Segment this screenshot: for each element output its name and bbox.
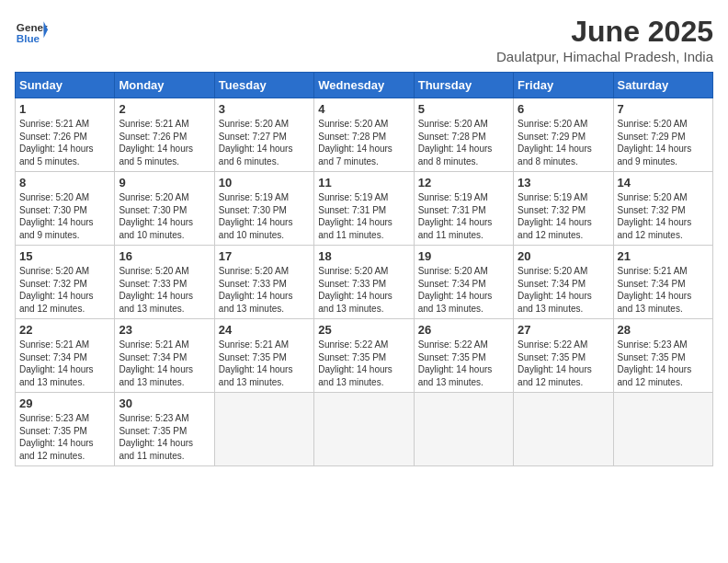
sunrise: Sunrise: 5:20 AM [318, 119, 388, 129]
sunset: Sunset: 7:30 PM [219, 205, 287, 215]
sunrise: Sunrise: 5:20 AM [518, 266, 587, 276]
col-friday: Friday [514, 73, 613, 98]
sunset: Sunset: 7:30 PM [119, 205, 187, 215]
table-row: 2 Sunrise: 5:21 AM Sunset: 7:26 PM Dayli… [115, 98, 214, 172]
day-info: Sunrise: 5:20 AM Sunset: 7:33 PM Dayligh… [219, 265, 310, 315]
daylight: Daylight: 14 hours and 8 minutes. [418, 144, 493, 167]
day-info: Sunrise: 5:21 AM Sunset: 7:34 PM Dayligh… [19, 339, 110, 388]
daylight: Daylight: 14 hours and 12 minutes. [518, 217, 592, 240]
calendar-header-row: Sunday Monday Tuesday Wednesday Thursday… [16, 73, 713, 98]
day-number: 7 [618, 102, 709, 116]
day-info: Sunrise: 5:22 AM Sunset: 7:35 PM Dayligh… [518, 339, 609, 388]
day-number: 6 [518, 102, 609, 116]
daylight: Daylight: 14 hours and 13 minutes. [119, 291, 193, 314]
table-row [214, 393, 313, 466]
svg-text:Blue: Blue [17, 32, 40, 44]
daylight: Daylight: 14 hours and 6 minutes. [219, 144, 293, 167]
sunrise: Sunrise: 5:20 AM [518, 119, 587, 129]
table-row: 8 Sunrise: 5:20 AM Sunset: 7:30 PM Dayli… [16, 172, 115, 246]
day-number: 19 [418, 249, 509, 263]
daylight: Daylight: 14 hours and 13 minutes. [19, 364, 94, 387]
sunset: Sunset: 7:31 PM [418, 205, 486, 215]
day-info: Sunrise: 5:21 AM Sunset: 7:35 PM Dayligh… [219, 339, 310, 388]
sunset: Sunset: 7:34 PM [119, 352, 187, 362]
sunset: Sunset: 7:33 PM [119, 279, 187, 289]
table-row: 12 Sunrise: 5:19 AM Sunset: 7:31 PM Dayl… [414, 172, 513, 246]
table-row: 13 Sunrise: 5:19 AM Sunset: 7:32 PM Dayl… [514, 172, 613, 246]
title-block: June 2025 Daulatpur, Himachal Pradesh, I… [496, 15, 713, 64]
sunrise: Sunrise: 5:20 AM [418, 119, 488, 129]
table-row: 28 Sunrise: 5:23 AM Sunset: 7:35 PM Dayl… [613, 319, 712, 393]
sunrise: Sunrise: 5:20 AM [119, 192, 188, 202]
day-number: 27 [518, 323, 609, 337]
day-info: Sunrise: 5:20 AM Sunset: 7:33 PM Dayligh… [119, 265, 210, 315]
sunset: Sunset: 7:35 PM [119, 426, 187, 436]
day-number: 12 [418, 176, 509, 190]
sunrise: Sunrise: 5:20 AM [318, 266, 388, 276]
day-number: 24 [219, 323, 310, 337]
day-number: 1 [19, 102, 110, 116]
subtitle: Daulatpur, Himachal Pradesh, India [496, 49, 713, 64]
table-row: 5 Sunrise: 5:20 AM Sunset: 7:28 PM Dayli… [414, 98, 513, 172]
day-number: 13 [518, 176, 609, 190]
day-info: Sunrise: 5:20 AM Sunset: 7:28 PM Dayligh… [318, 118, 409, 167]
day-info: Sunrise: 5:21 AM Sunset: 7:26 PM Dayligh… [119, 118, 210, 167]
daylight: Daylight: 14 hours and 5 minutes. [19, 144, 94, 167]
day-info: Sunrise: 5:20 AM Sunset: 7:33 PM Dayligh… [318, 265, 409, 315]
table-row [613, 393, 712, 466]
daylight: Daylight: 14 hours and 13 minutes. [418, 291, 493, 314]
sunset: Sunset: 7:34 PM [19, 352, 87, 362]
sunrise: Sunrise: 5:21 AM [119, 119, 188, 129]
sunrise: Sunrise: 5:19 AM [318, 192, 388, 202]
main-title: June 2025 [496, 15, 713, 49]
daylight: Daylight: 14 hours and 7 minutes. [318, 144, 392, 167]
day-number: 26 [418, 323, 509, 337]
table-row: 19 Sunrise: 5:20 AM Sunset: 7:34 PM Dayl… [414, 246, 513, 319]
sunset: Sunset: 7:35 PM [418, 352, 486, 362]
day-number: 4 [318, 102, 409, 116]
sunset: Sunset: 7:31 PM [318, 205, 386, 215]
sunrise: Sunrise: 5:23 AM [618, 339, 688, 350]
sunrise: Sunrise: 5:21 AM [19, 119, 89, 129]
day-info: Sunrise: 5:19 AM Sunset: 7:31 PM Dayligh… [418, 191, 509, 241]
sunset: Sunset: 7:35 PM [618, 352, 686, 362]
daylight: Daylight: 14 hours and 13 minutes. [318, 291, 392, 314]
table-row: 17 Sunrise: 5:20 AM Sunset: 7:33 PM Dayl… [214, 246, 313, 319]
sunset: Sunset: 7:32 PM [19, 279, 87, 289]
day-info: Sunrise: 5:20 AM Sunset: 7:29 PM Dayligh… [618, 118, 709, 167]
sunrise: Sunrise: 5:23 AM [19, 413, 89, 423]
table-row [514, 393, 613, 466]
table-row: 26 Sunrise: 5:22 AM Sunset: 7:35 PM Dayl… [414, 319, 513, 393]
daylight: Daylight: 14 hours and 13 minutes. [318, 364, 392, 387]
table-row: 30 Sunrise: 5:23 AM Sunset: 7:35 PM Dayl… [115, 393, 214, 466]
table-row: 21 Sunrise: 5:21 AM Sunset: 7:34 PM Dayl… [613, 246, 712, 319]
table-row: 20 Sunrise: 5:20 AM Sunset: 7:34 PM Dayl… [514, 246, 613, 319]
sunset: Sunset: 7:35 PM [318, 352, 386, 362]
day-info: Sunrise: 5:20 AM Sunset: 7:27 PM Dayligh… [219, 118, 310, 167]
table-row: 4 Sunrise: 5:20 AM Sunset: 7:28 PM Dayli… [314, 98, 414, 172]
table-row: 23 Sunrise: 5:21 AM Sunset: 7:34 PM Dayl… [115, 319, 214, 393]
daylight: Daylight: 14 hours and 11 minutes. [318, 217, 392, 240]
table-row: 9 Sunrise: 5:20 AM Sunset: 7:30 PM Dayli… [115, 172, 214, 246]
sunset: Sunset: 7:33 PM [318, 279, 386, 289]
col-thursday: Thursday [414, 73, 513, 98]
day-info: Sunrise: 5:21 AM Sunset: 7:26 PM Dayligh… [19, 118, 110, 167]
sunrise: Sunrise: 5:20 AM [618, 192, 688, 202]
sunset: Sunset: 7:28 PM [318, 132, 386, 142]
table-row [314, 393, 414, 466]
day-info: Sunrise: 5:20 AM Sunset: 7:32 PM Dayligh… [19, 265, 110, 315]
col-sunday: Sunday [16, 73, 115, 98]
sunrise: Sunrise: 5:21 AM [618, 266, 688, 276]
sunrise: Sunrise: 5:20 AM [19, 192, 89, 202]
day-number: 20 [518, 249, 609, 263]
table-row: 6 Sunrise: 5:20 AM Sunset: 7:29 PM Dayli… [514, 98, 613, 172]
day-number: 28 [618, 323, 709, 337]
table-row: 18 Sunrise: 5:20 AM Sunset: 7:33 PM Dayl… [314, 246, 414, 319]
day-number: 15 [19, 249, 110, 263]
sunrise: Sunrise: 5:19 AM [418, 192, 488, 202]
sunset: Sunset: 7:32 PM [618, 205, 686, 215]
table-row: 7 Sunrise: 5:20 AM Sunset: 7:29 PM Dayli… [613, 98, 712, 172]
sunset: Sunset: 7:29 PM [518, 132, 586, 142]
sunrise: Sunrise: 5:22 AM [318, 339, 388, 350]
sunrise: Sunrise: 5:20 AM [119, 266, 188, 276]
